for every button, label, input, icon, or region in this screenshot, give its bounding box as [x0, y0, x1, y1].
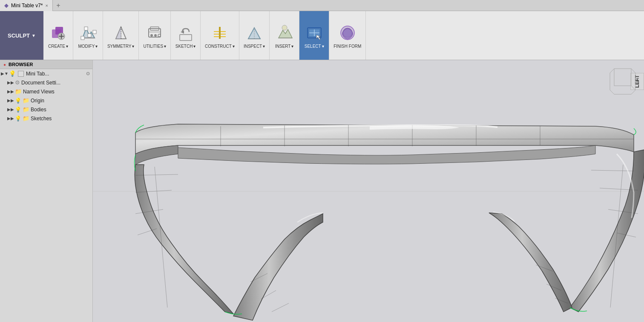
sketch-group[interactable]: SKETCH▾: [171, 11, 201, 60]
sketch-icon: [175, 23, 196, 43]
utilities-icon: [144, 23, 165, 43]
sculpt-button[interactable]: SCULPT ▼: [0, 11, 43, 60]
browser-header: ● BROWSER: [0, 60, 92, 69]
construct-group[interactable]: CONSTRUCT▾: [201, 11, 239, 60]
finish-form-group[interactable]: FINISH FORM: [329, 11, 366, 60]
named-views-folder-icon: 📁: [15, 88, 22, 95]
svg-rect-20: [180, 35, 192, 41]
root-label: Mini Tab...: [26, 71, 49, 77]
tree-item-bodies[interactable]: ▶ 💡 📁 Bodies: [0, 105, 92, 114]
tab-bar: ◆ Mini Table v7* × +: [0, 0, 644, 11]
sketch-label: SKETCH▾: [175, 44, 196, 49]
main-area: ● BROWSER ▼ 💡 Mini Tab... ⊙ ▶ ⚙ Document…: [0, 60, 644, 322]
symmetry-label: SYMMETRY▾: [107, 44, 135, 49]
insert-label: INSERT▾: [275, 44, 294, 49]
bodies-eye-icon: 💡: [15, 107, 21, 113]
browser-title: BROWSER: [9, 62, 33, 67]
svg-line-38: [631, 86, 635, 90]
root-target-icon[interactable]: ⊙: [86, 71, 90, 76]
tab-close-icon[interactable]: ×: [45, 3, 48, 8]
insert-icon: [274, 23, 295, 43]
create-group[interactable]: CREATE▾: [43, 11, 73, 60]
inspect-icon: [244, 23, 264, 43]
svg-text:Z: Z: [636, 78, 639, 82]
svg-rect-24: [219, 27, 221, 39]
svg-point-28: [282, 25, 287, 30]
svg-point-17: [154, 34, 157, 37]
tree-arrow-sketches[interactable]: ▶: [8, 116, 14, 122]
svg-line-41: [610, 90, 614, 94]
construct-label: CONSTRUCT▾: [205, 44, 235, 49]
3d-model: [93, 60, 644, 322]
sculpt-chevron: ▼: [32, 33, 36, 38]
root-eye-icon: 💡: [9, 70, 16, 77]
select-icon: [304, 23, 325, 43]
svg-point-16: [150, 34, 153, 37]
sidebar: ● BROWSER ▼ 💡 Mini Tab... ⊙ ▶ ⚙ Document…: [0, 60, 93, 322]
finish-form-icon: [337, 23, 358, 43]
finish-form-label: FINISH FORM: [334, 44, 361, 49]
svg-rect-35: [614, 69, 631, 86]
tree-arrow-named-views[interactable]: ▶: [8, 89, 14, 95]
symmetry-group[interactable]: SYMMETRY▾: [103, 11, 139, 60]
construct-icon: [210, 23, 230, 43]
tree-item-root[interactable]: ▼ 💡 Mini Tab... ⊙: [0, 69, 92, 78]
select-group[interactable]: SELECT▾: [299, 11, 329, 60]
origin-folder-icon: 📁: [23, 97, 29, 104]
sketches-eye-icon: 💡: [15, 116, 21, 122]
tree-item-sketches[interactable]: ▶ 💡 📁 Sketches: [0, 114, 92, 123]
tree-item-named-views[interactable]: ▶ 📁 Named Views: [0, 87, 92, 96]
svg-line-42: [631, 90, 635, 94]
sculpt-label: SCULPT: [8, 32, 30, 39]
inspect-group[interactable]: INSPECT▾: [239, 11, 270, 60]
bodies-label: Bodies: [31, 107, 46, 113]
axis-indicator: Z: [606, 64, 640, 99]
tab-title: Mini Table v7*: [11, 3, 43, 9]
origin-eye-icon: 💡: [15, 98, 21, 104]
doc-settings-label: Document Setti...: [21, 80, 60, 86]
modify-group[interactable]: MODIFY▾: [73, 11, 103, 60]
insert-group[interactable]: INSERT▾: [270, 11, 299, 60]
modify-icon: [78, 23, 98, 43]
root-box-icon: [18, 71, 24, 77]
bodies-folder-icon: 📁: [23, 106, 29, 113]
new-tab-button[interactable]: +: [53, 0, 64, 11]
svg-line-64: [272, 303, 289, 312]
viewport[interactable]: Z LEFT: [93, 60, 644, 322]
utilities-label: UTILITIES▾: [143, 44, 166, 49]
svg-line-36: [610, 69, 614, 73]
modify-label: MODIFY▾: [78, 44, 98, 49]
tree-arrow-origin[interactable]: ▶: [8, 98, 14, 104]
toolbar: SCULPT ▼ CREATE▾: [0, 11, 644, 60]
svg-rect-6: [81, 36, 84, 40]
active-tab[interactable]: ◆ Mini Table v7* ×: [0, 0, 53, 11]
create-label: CREATE▾: [48, 44, 68, 49]
tree-item-origin[interactable]: ▶ 💡 📁 Origin: [0, 96, 92, 105]
sketches-folder-icon: 📁: [23, 115, 29, 122]
tree-arrow-bodies[interactable]: ▶: [8, 107, 14, 113]
tree-arrow-doc[interactable]: ▶: [8, 80, 14, 86]
utilities-group[interactable]: UTILITIES▾: [139, 11, 171, 60]
svg-rect-9: [93, 30, 96, 34]
svg-rect-7: [84, 27, 88, 30]
select-label: SELECT▾: [305, 44, 324, 49]
svg-line-37: [631, 69, 635, 73]
svg-rect-8: [88, 34, 91, 37]
tree-item-doc-settings[interactable]: ▶ ⚙ Document Setti...: [0, 78, 92, 87]
tree-arrow-root[interactable]: ▼: [2, 71, 8, 77]
symmetry-icon: [111, 23, 131, 43]
named-views-label: Named Views: [23, 89, 55, 95]
doc-gear-icon: ⚙: [15, 79, 20, 86]
inspect-label: INSPECT▾: [244, 44, 265, 49]
sketches-label: Sketches: [31, 116, 52, 122]
create-icon: [48, 23, 68, 43]
origin-label: Origin: [31, 98, 44, 104]
browser-dot-icon: ●: [3, 62, 6, 67]
tab-sculpt-icon: ◆: [4, 2, 9, 9]
